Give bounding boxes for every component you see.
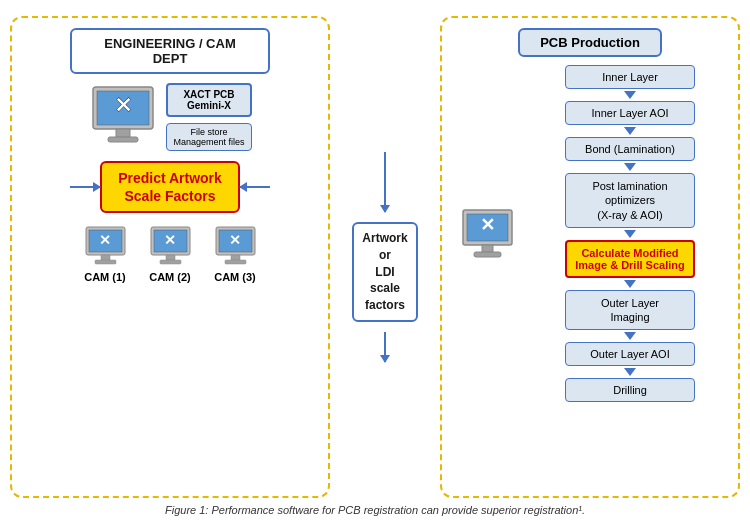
flow-outer-layer: Outer LayerImaging <box>565 290 695 331</box>
flow-inner-layer: Inner Layer <box>565 65 695 89</box>
cam-item-1: ✕ CAM (1) <box>83 226 128 283</box>
right-content: ✕ Inner Layer Inner Layer AOI Bond (Lami… <box>452 65 728 402</box>
right-computer-group: ✕ <box>452 65 522 402</box>
svg-rect-19 <box>225 260 246 264</box>
cam-item-2: ✕ CAM (2) <box>148 226 193 283</box>
artwork-label: ArtworkorLDIscalefactors <box>352 222 417 322</box>
main-area: ENGINEERING / CAM DEPT ✕ XACT PCBGemini-… <box>10 16 740 498</box>
flow-calc: Calculate ModifiedImage & Drill Scaling <box>565 240 695 278</box>
arrow-5 <box>624 280 636 288</box>
diagram-container: ENGINEERING / CAM DEPT ✕ XACT PCBGemini-… <box>10 16 740 516</box>
main-computer-icon: ✕ <box>88 85 158 150</box>
svg-rect-4 <box>108 137 138 142</box>
arrow-7 <box>624 368 636 376</box>
cam-item-3: ✕ CAM (3) <box>213 226 258 283</box>
cam3-icon: ✕ <box>213 226 258 268</box>
right-panel: PCB Production ✕ Inner Layer <box>440 16 740 498</box>
svg-rect-23 <box>482 245 493 252</box>
arrow-3 <box>624 163 636 171</box>
right-computer-icon: ✕ <box>460 209 515 259</box>
cam2-icon: ✕ <box>148 226 193 268</box>
computer-main-group: ✕ XACT PCBGemini-X File storeManagement … <box>88 83 251 151</box>
cam-row: ✕ CAM (1) ✕ CAM (2) <box>83 226 258 283</box>
svg-text:✕: ✕ <box>114 93 132 118</box>
svg-rect-3 <box>116 129 130 137</box>
svg-rect-9 <box>95 260 116 264</box>
arrow-4 <box>624 230 636 238</box>
flow-inner-layer-aoi: Inner Layer AOI <box>565 101 695 125</box>
cam2-label: CAM (2) <box>149 271 191 283</box>
svg-rect-14 <box>160 260 181 264</box>
flow-column: Inner Layer Inner Layer AOI Bond (Lamina… <box>532 65 728 402</box>
flow-post-lam: Post laminationoptimizers(X-ray & AOI) <box>565 173 695 228</box>
figure-caption: Figure 1: Performance software for PCB r… <box>165 504 585 516</box>
cam1-icon: ✕ <box>83 226 128 268</box>
cam1-label: CAM (1) <box>84 271 126 283</box>
cam3-label: CAM (3) <box>214 271 256 283</box>
svg-text:✕: ✕ <box>99 232 111 248</box>
flow-drilling: Drilling <box>565 378 695 402</box>
arrow-1 <box>624 91 636 99</box>
left-panel: ENGINEERING / CAM DEPT ✕ XACT PCBGemini-… <box>10 16 330 498</box>
arrow-2 <box>624 127 636 135</box>
svg-rect-18 <box>231 255 240 260</box>
arrow-6 <box>624 332 636 340</box>
svg-text:✕: ✕ <box>229 232 241 248</box>
eng-cam-title: ENGINEERING / CAM DEPT <box>70 28 270 74</box>
svg-rect-24 <box>474 252 501 257</box>
pcb-production-title: PCB Production <box>518 28 662 57</box>
xact-label: XACT PCBGemini-X <box>166 83 251 117</box>
middle-area: ArtworkorLDIscalefactors <box>340 16 430 498</box>
predict-artwork-box: Predict ArtworkScale Factors <box>100 161 240 213</box>
svg-text:✕: ✕ <box>164 232 176 248</box>
svg-rect-8 <box>101 255 110 260</box>
flow-outer-aoi: Outer Layer AOI <box>565 342 695 366</box>
svg-text:✕: ✕ <box>479 215 494 235</box>
flow-bond: Bond (Lamination) <box>565 137 695 161</box>
svg-rect-13 <box>166 255 175 260</box>
file-store-label: File storeManagement files <box>166 123 251 151</box>
